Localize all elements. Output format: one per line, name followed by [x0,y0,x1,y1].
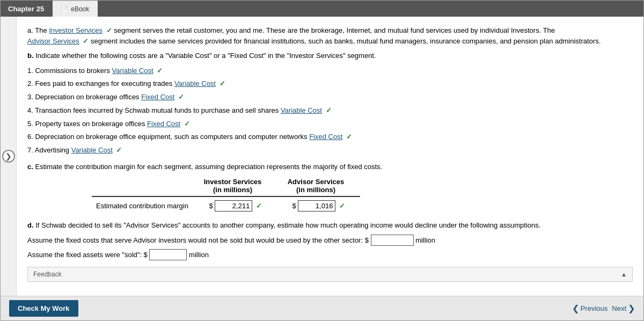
previous-button[interactable]: Previous [572,303,608,313]
section-a: a. The Investor Services ✓ segment serve… [27,25,633,46]
main-content: ❯ a. The Investor Services ✓ segment ser… [1,17,643,296]
section-c-label: c. [27,163,33,171]
item-3-num: 3. Depreciation on brokerage offices [27,93,140,101]
item-6-num: 6. Depreciation on brokerage office equi… [27,133,308,141]
fixed-assets-input[interactable] [149,249,187,260]
item-2-check: ✓ [219,79,225,87]
col2-header: Advisor Services (in millions) [282,178,349,196]
advisor-services-check: ✓ [83,37,89,45]
next-label: Next [612,304,626,312]
list-item: 3. Depreciation on brokerage offices Fix… [27,92,633,103]
list-item: 4. Transaction fees incurred by Schwab m… [27,105,633,116]
previous-label: Previous [581,304,608,312]
section-a-label: a. The [27,26,47,34]
section-d-header: d. If Schwab decided to sell its "Adviso… [27,220,633,231]
col2-input-cell: $ ✓ [282,196,349,214]
item-5-check: ✓ [184,120,190,128]
col1-check: ✓ [256,202,262,210]
feedback-collapse-icon[interactable]: ▲ [621,271,627,278]
section-d: d. If Schwab decided to sell its "Adviso… [27,220,633,261]
section-d-line2: Assume the fixed assets were "sold": $ m… [27,249,633,260]
section-d-line1-end: million [415,236,435,244]
item-2-answer: Variable Cost [174,79,216,87]
list-item: 2. Fees paid to exchanges for executing … [27,78,633,90]
item-4-check: ✓ [326,106,332,114]
section-d-line2-start: Assume the fixed assets were "sold": $ [27,251,148,259]
ebook-icon: 📄 [61,6,68,12]
feedback-box: Feedback ▲ [27,267,633,282]
section-d-line1-start: Assume the fixed costs that serve Adviso… [27,236,369,244]
nav-buttons: Previous Next [572,303,635,313]
contribution-margin-table: Investor Services (in millions) Advisor … [92,178,360,214]
item-7-check: ✓ [116,146,122,154]
item-4-num: 4. Transaction fees incurred by Schwab m… [27,106,279,114]
section-b-text: Indicate whether the following costs are… [35,52,376,60]
investor-services-check: ✓ [106,26,112,34]
tab-label: eBook [71,5,89,13]
section-d-text: If Schwab decided to sell its "Advisor S… [35,221,540,229]
list-item: 6. Depreciation on brokerage office equi… [27,132,633,143]
item-4-answer: Variable Cost [281,106,322,114]
investor-services-link[interactable]: Investor Services [49,26,103,34]
col1-header: Investor Services (in millions) [199,178,266,196]
content-area: a. The Investor Services ✓ segment serve… [17,17,643,296]
section-c-header: c. Estimate the contribution margin for … [27,162,633,172]
advisor-services-cm-input[interactable] [298,200,335,211]
list-item: 7. Advertising Variable Cost ✓ [27,145,633,156]
item-6-answer: Fixed Cost [309,133,342,141]
item-1-num: 1. Commissions to brokers [27,67,110,75]
section-c-text: Estimate the contribution margin for eac… [35,163,382,171]
title-bar: Chapter 25 📄 eBook [1,1,643,17]
item-1-check: ✓ [157,67,163,75]
item-6-check: ✓ [346,133,352,141]
bottom-bar: Check My Work Previous Next [1,296,643,320]
cost-items-list: 1. Commissions to brokers Variable Cost … [27,65,633,157]
col1-input-cell: $ ✓ [199,196,266,214]
item-1-answer: Variable Cost [112,67,153,75]
advisor-services-link[interactable]: Advisor Services [27,37,79,45]
section-a-text2: segment serves the retail customer, you … [114,26,555,34]
fixed-cost-input[interactable] [371,235,414,246]
section-b-label: b. [27,52,34,60]
next-button[interactable]: Next [612,303,635,313]
item-3-answer: Fixed Cost [141,93,174,101]
list-item: 1. Commissions to brokers Variable Cost … [27,65,633,77]
item-5-answer: Fixed Cost [147,120,180,128]
list-item: 5. Property taxes on brokerage offices F… [27,119,633,130]
check-work-button[interactable]: Check My Work [9,300,78,317]
side-nav: ❯ [1,17,17,296]
section-a-text3: segment includes the same services provi… [91,37,601,45]
item-3-check: ✓ [178,93,184,101]
section-d-line2-end: million [189,251,209,259]
item-7-num: 7. Advertising [27,146,69,154]
expand-nav-button[interactable]: ❯ [2,150,15,163]
cm-row-label: Estimated contribution margin [92,196,199,214]
feedback-header: Feedback ▲ [33,271,627,278]
item-5-num: 5. Property taxes on brokerage offices [27,120,145,128]
section-d-line1: Assume the fixed costs that serve Adviso… [27,235,633,246]
table-row: Estimated contribution margin $ ✓ $ ✓ [92,196,360,214]
section-d-label: d. [27,221,34,229]
chapter-title: Chapter 25 [6,5,53,13]
section-b-header: b. Indicate whether the following costs … [27,50,633,61]
ebook-tab[interactable]: 📄 eBook [53,1,98,17]
item-2-num: 2. Fees paid to exchanges for executing … [27,79,172,87]
item-7-answer: Variable Cost [71,146,113,154]
investor-services-cm-input[interactable] [215,200,252,211]
col2-check: ✓ [339,202,345,210]
feedback-label: Feedback [33,271,62,278]
